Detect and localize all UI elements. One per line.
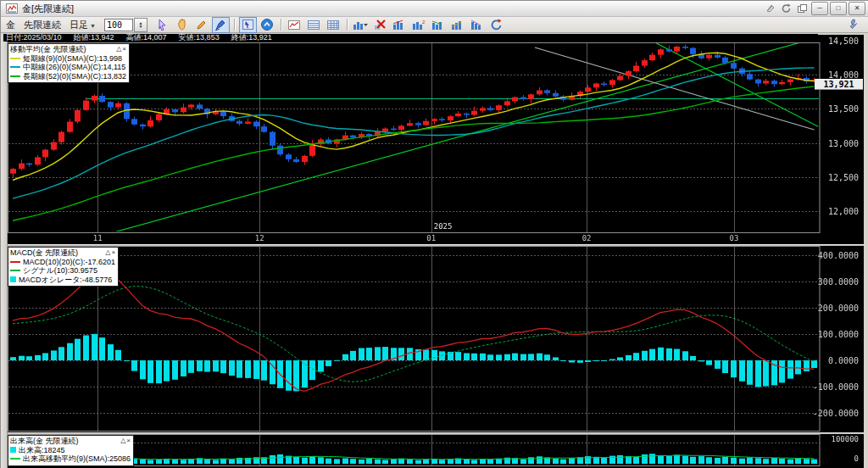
chart-app-icon	[4, 3, 19, 14]
legend-collapse-button[interactable]: △	[105, 249, 110, 256]
legend-item: 短期線(9)(0)(SMA)(C):13,998	[10, 54, 126, 64]
macd-line-swatch	[10, 261, 20, 263]
indicator-preset5-icon[interactable]	[469, 17, 487, 33]
volume-legend: 出来高(金 先限連続) △ × 出来高:18245 出来高移動平均(9)(SMA…	[8, 435, 134, 466]
price-chart-canvas[interactable]	[8, 35, 864, 244]
toolbar-separator	[347, 19, 348, 31]
refresh-window-icon[interactable]	[779, 3, 793, 14]
volume-label: 出来高:18245	[19, 446, 65, 455]
quote-date: 日付:2025/03/10	[6, 32, 62, 43]
indicator-preset4-icon[interactable]	[449, 17, 467, 33]
svg-text:2: 2	[422, 20, 426, 25]
select-cursor-icon[interactable]	[153, 17, 171, 33]
copy-window-icon[interactable]	[795, 3, 810, 14]
signal-line-label: シグナル(10):30.9575	[23, 266, 97, 276]
toolbar-separator	[234, 19, 235, 31]
volume-swatch	[10, 447, 16, 453]
contract-label: 先限連続	[24, 19, 61, 31]
macd-chart-canvas[interactable]	[8, 246, 864, 432]
volume-legend-title: 出来高(金 先限連続)	[10, 437, 79, 446]
crosshair-mode-icon[interactable]	[239, 17, 257, 33]
quote-open: 始値:13,942	[74, 32, 114, 43]
sma-short-label: 短期線(9)(0)(SMA)(C):13,998	[23, 54, 122, 64]
legend-item: MACD(10)(20)(C):-17.6201	[10, 258, 115, 267]
legend-item: 中期線(26)(0)(SMA)(C):14,115	[10, 63, 126, 72]
timeframe-value: 日足	[70, 20, 88, 30]
minimize-button[interactable]: ─	[811, 2, 828, 15]
sma-mid-swatch	[10, 66, 20, 68]
volume-ma-label: 出来高移動平均(9)(SMA):25086	[23, 454, 131, 464]
volume-chart-canvas[interactable]	[8, 434, 864, 468]
quote-high: 高値:14,007	[126, 32, 167, 43]
pencil-draw-icon[interactable]	[192, 17, 210, 33]
indicator-preset2-icon[interactable]: 2	[410, 17, 428, 33]
legend-item: 出来高移動平均(9)(SMA):25086	[10, 454, 131, 464]
refresh-data-icon[interactable]	[488, 17, 506, 33]
sma-long-label: 長期線(52)(0)(SMA)(C):13,832	[23, 72, 126, 81]
legend-close-button[interactable]: ×	[122, 46, 126, 53]
legend-collapse-button[interactable]: △	[116, 46, 121, 53]
close-button[interactable]: ✕	[849, 2, 865, 15]
quote-close: 終値:13,921	[231, 32, 272, 43]
panel-splitter[interactable]	[8, 432, 864, 434]
attach-icon[interactable]	[763, 3, 777, 14]
timeframe-select[interactable]: 日足▼	[70, 19, 96, 31]
oscillator-swatch	[10, 276, 16, 282]
toolbar: 金 先限連続 日足▼ ▲▼ 2	[1, 17, 868, 33]
macd-legend: MACD(金 先限連続) △ × MACD(10)(20)(C):-17.620…	[8, 247, 119, 287]
bar-count-stepper[interactable]: ▲▼	[134, 18, 147, 32]
legend-item: MACDオシレータ:-48.5776	[10, 276, 115, 285]
macd-line-label: MACD(10)(20)(C):-17.6201	[23, 258, 115, 267]
legend-close-button[interactable]: ×	[126, 437, 131, 444]
maximize-button[interactable]: □	[830, 2, 847, 15]
symbol-label: 金	[6, 19, 15, 31]
sma-long-swatch	[10, 75, 20, 77]
dense-grid-icon[interactable]	[325, 17, 342, 33]
indicator-menu-icon[interactable]	[352, 17, 370, 33]
legend-item: 長期線(52)(0)(SMA)(C):13,832	[10, 72, 126, 81]
volume-ma-swatch	[10, 458, 20, 460]
last-price-tag: 13,921	[815, 79, 863, 90]
oscillator-label: MACDオシレータ:-48.5776	[19, 276, 112, 285]
settings-wrench-icon[interactable]	[843, 17, 860, 33]
chart-window: 金[先限連続] ─ □ ✕ 金 先限連続 日足▼ ▲▼	[0, 0, 868, 468]
quote-low: 安値:13,853	[179, 32, 220, 43]
bar-count-input[interactable]	[104, 19, 133, 31]
sma-mid-label: 中期線(26)(0)(SMA)(C):14,115	[23, 63, 125, 72]
window-title: 金[先限連続]	[22, 3, 74, 15]
title-bar[interactable]: 金[先限連続] ─ □ ✕	[1, 1, 868, 17]
hand-pan-icon[interactable]	[173, 17, 191, 33]
ma-legend: 移動平均(金 先限連続) △ × 短期線(9)(0)(SMA)(C):13,99…	[8, 43, 130, 83]
signal-line-swatch	[10, 270, 20, 271]
ma-legend-title: 移動平均(金 先限連続)	[10, 45, 86, 54]
pen-trendline-icon[interactable]	[212, 17, 230, 33]
legend-close-button[interactable]: ×	[111, 249, 115, 256]
toolbar-separator	[281, 19, 281, 31]
legend-item: 出来高:18245	[10, 446, 131, 455]
legend-item: シグナル(10):30.9575	[10, 266, 115, 276]
sma-short-swatch	[10, 58, 20, 59]
price-grid-icon[interactable]	[305, 17, 323, 33]
quote-info-bar: 日付:2025/03/10 始値:13,942 高値:14,007 安値:13,…	[3, 33, 818, 42]
new-chart-icon[interactable]	[286, 17, 303, 33]
macd-legend-title: MACD(金 先限連続)	[10, 248, 78, 258]
indicator-preset3-icon[interactable]	[430, 17, 448, 33]
scroll-latest-icon[interactable]	[259, 17, 276, 33]
indicator-preset1-icon[interactable]	[391, 17, 409, 33]
right-gutter	[864, 33, 868, 468]
legend-collapse-button[interactable]: △	[120, 437, 125, 444]
chevron-down-icon: ▼	[90, 23, 96, 29]
remove-indicator-icon[interactable]	[371, 17, 389, 33]
panel-splitter[interactable]	[8, 244, 864, 246]
left-gutter	[1, 33, 8, 468]
